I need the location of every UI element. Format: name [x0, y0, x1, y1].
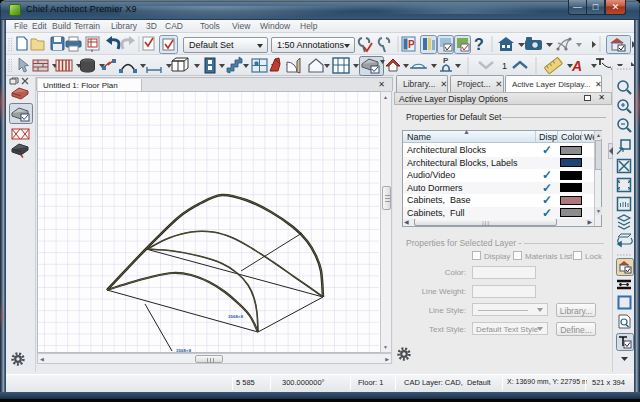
svg-text:1: 1	[502, 61, 507, 71]
svg-text:?: ?	[474, 36, 484, 53]
svg-text:P: P	[443, 56, 449, 65]
svg-text:3568×8: 3568×8	[228, 314, 244, 319]
svg-text:A: A	[571, 58, 582, 74]
svg-text:3568×8: 3568×8	[176, 348, 192, 353]
svg-text:P: P	[408, 39, 415, 50]
